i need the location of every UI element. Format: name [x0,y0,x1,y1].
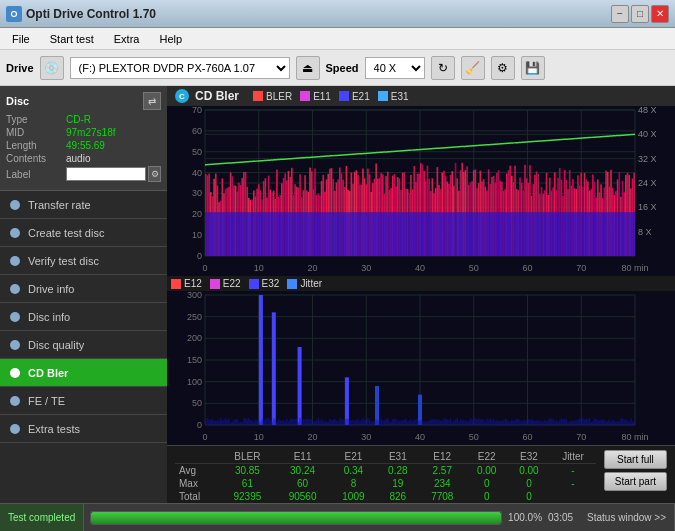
speed-select[interactable]: 40 X [365,57,425,79]
erase-button[interactable]: 🧹 [461,56,485,80]
total-e21: 1009 [330,490,377,503]
total-bler: 92395 [220,490,275,503]
disc-contents-label: Contents [6,153,66,164]
content-area: C CD Bler BLER E11 E21 E31 [167,86,675,503]
top-chart-canvas [167,106,675,274]
bottom-legend-bar: E12 E22 E32 Jitter [167,276,675,291]
app-icon: O [6,6,22,22]
progress-bar-fill [91,512,501,524]
legend-e11: E11 [300,91,331,102]
label-gear-button[interactable]: ⚙ [148,166,161,182]
settings-button[interactable]: ⚙ [491,56,515,80]
col-header-e12: E12 [419,450,466,464]
total-label: Total [175,490,220,503]
disc-quality-icon [8,338,22,352]
stats-area: BLER E11 E21 E31 E12 E22 E32 Jitter [167,445,675,503]
jitter-label: Jitter [300,278,322,289]
menu-start-test[interactable]: Start test [42,31,102,47]
nav-verify-test-disc[interactable]: Verify test disc [0,247,167,275]
max-label: Max [175,477,220,490]
max-e31: 19 [377,477,419,490]
total-e12: 7708 [419,490,466,503]
disc-mid-label: MID [6,127,66,138]
fe-te-icon [8,394,22,408]
bler-label: BLER [266,91,292,102]
e32-label: E32 [262,278,280,289]
total-e22: 0 [466,490,508,503]
menu-file[interactable]: File [4,31,38,47]
time-text: 03:05 [548,512,573,523]
legend-e31: E31 [378,91,409,102]
menu-extra[interactable]: Extra [106,31,148,47]
sidebar: Disc ⇄ Type CD-R MID 97m27s18f Length 49… [0,86,167,503]
disc-type-value: CD-R [66,114,91,125]
disc-header: Disc ⇄ [6,92,161,110]
nav-transfer-rate[interactable]: Transfer rate [0,191,167,219]
e21-color [339,91,349,101]
nav-disc-info[interactable]: Disc info [0,303,167,331]
nav-create-test-disc[interactable]: Create test disc [0,219,167,247]
title-controls[interactable]: − □ ✕ [611,5,669,23]
total-e31: 826 [377,490,419,503]
drive-select[interactable]: (F:) PLEXTOR DVDR PX-760A 1.07 [70,57,290,79]
stats-max-row: Max 61 60 8 19 234 0 0 - [175,477,596,490]
max-e21: 8 [330,477,377,490]
col-header-bler: BLER [220,450,275,464]
refresh-button[interactable]: ↻ [431,56,455,80]
e32-color [249,279,259,289]
disc-length-value: 49:55.69 [66,140,105,151]
nav-fe-te[interactable]: FE / TE [0,387,167,415]
maximize-button[interactable]: □ [631,5,649,23]
minimize-button[interactable]: − [611,5,629,23]
close-button[interactable]: ✕ [651,5,669,23]
avg-jitter: - [550,464,596,478]
status-window-button[interactable]: Status window >> [579,504,675,531]
max-e32: 0 [508,477,550,490]
bottom-chart-canvas [167,291,675,443]
e12-color [171,279,181,289]
disc-swap-button[interactable]: ⇄ [143,92,161,110]
disc-mid-row: MID 97m27s18f [6,127,161,138]
menu-help[interactable]: Help [151,31,190,47]
eject-button[interactable]: ⏏ [296,56,320,80]
save-button[interactable]: 💾 [521,56,545,80]
legend-bler: BLER [253,91,292,102]
stats-table: BLER E11 E21 E31 E12 E22 E32 Jitter [175,450,596,503]
disc-info-icon [8,310,22,324]
e11-color [300,91,310,101]
nav-drive-info[interactable]: Drive info [0,275,167,303]
disc-label-input[interactable] [66,167,146,181]
disc-title: Disc [6,95,29,107]
col-header-e31: E31 [377,450,419,464]
avg-e12: 2.57 [419,464,466,478]
legend-e21: E21 [339,91,370,102]
speed-label: Speed [326,62,359,74]
start-part-button[interactable]: Start part [604,472,667,491]
legend-e22: E22 [210,278,241,289]
nav-cd-bler[interactable]: CD Bler [0,359,167,387]
legend-jitter: Jitter [287,278,322,289]
stats-total-row: Total 92395 90560 1009 826 7708 0 0 [175,490,596,503]
nav-disc-quality[interactable]: Disc quality [0,331,167,359]
legend-e32: E32 [249,278,280,289]
progress-bar-background [90,511,502,525]
avg-e22: 0.00 [466,464,508,478]
extra-tests-icon [8,422,22,436]
stats-header-row: BLER E11 E21 E31 E12 E22 E32 Jitter [175,450,596,464]
col-header-e11: E11 [275,450,330,464]
menu-bar: File Start test Extra Help [0,28,675,50]
col-header-e32: E32 [508,450,550,464]
nav-extra-tests[interactable]: Extra tests [0,415,167,443]
total-e11: 90560 [275,490,330,503]
drive-icon-btn[interactable]: 💿 [40,56,64,80]
total-e32: 0 [508,490,550,503]
start-full-button[interactable]: Start full [604,450,667,469]
e22-color [210,279,220,289]
progress-section: 100.0% 03:05 [84,504,579,531]
verify-test-disc-icon [8,254,22,268]
max-bler: 61 [220,477,275,490]
e21-label: E21 [352,91,370,102]
title-bar-left: O Opti Drive Control 1.70 [6,6,156,22]
e22-label: E22 [223,278,241,289]
toolbar: Drive 💿 (F:) PLEXTOR DVDR PX-760A 1.07 ⏏… [0,50,675,86]
